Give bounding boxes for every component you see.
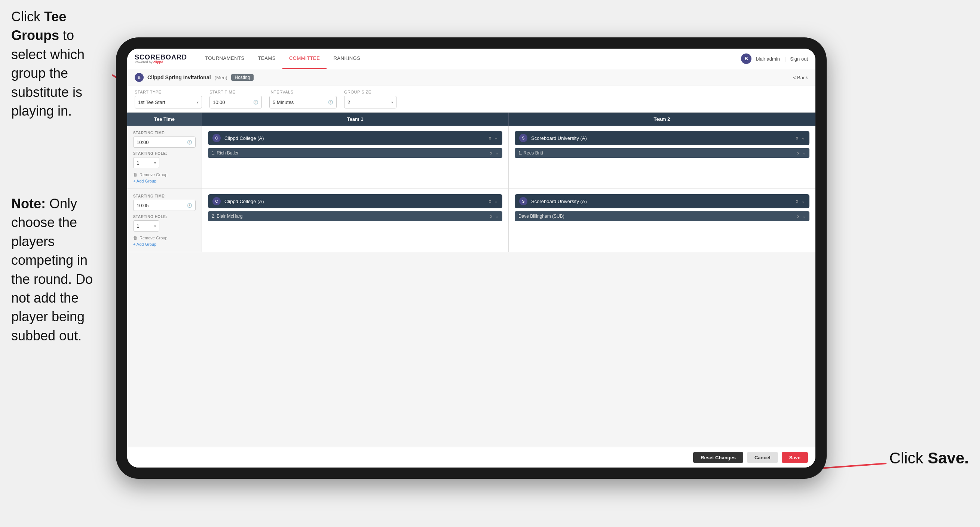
- team1-card-group2[interactable]: C Clippd College (A) x ⌄: [208, 194, 502, 209]
- team2-card-group2[interactable]: S Scoreboard University (A) x ⌄: [515, 194, 810, 209]
- team2-card-right-group1: x ⌄: [796, 135, 805, 141]
- cancel-button[interactable]: Cancel: [747, 452, 778, 463]
- nav-tournaments[interactable]: TOURNAMENTS: [198, 49, 251, 69]
- team1-chevron-group2: ⌄: [494, 199, 498, 204]
- settings-bar: Start Type 1st Tee Start ▾ Start Time 10…: [127, 86, 815, 113]
- save-button[interactable]: Save: [782, 452, 808, 463]
- player-x[interactable]: x: [797, 214, 800, 218]
- starting-time-input-2[interactable]: 10:05 🕐: [133, 200, 196, 211]
- team1-name-group1: Clippd College (A): [224, 135, 264, 141]
- starting-hole-input-1[interactable]: 1 ▾: [133, 157, 159, 168]
- table-row: STARTING TIME: 10:05 🕐 STARTING HOLE: 1 …: [127, 189, 815, 252]
- team1-cell-group1: C Clippd College (A) x ⌄ 1. Rich Butler …: [202, 126, 509, 188]
- team2-x-group2[interactable]: x: [796, 199, 798, 204]
- team2-icon-group1: S: [519, 134, 527, 142]
- team1-card-left-group2: C Clippd College (A): [212, 197, 264, 205]
- add-group-button-2[interactable]: + Add Group: [133, 242, 196, 247]
- intervals-select[interactable]: 5 Minutes 🕐: [269, 96, 337, 108]
- nav-rankings[interactable]: RANKINGS: [326, 49, 367, 69]
- instructions-bottom: Note: Only choose the players competing …: [0, 194, 120, 345]
- team2-name-group2: Scoreboard University (A): [531, 199, 587, 204]
- team1-x-group2[interactable]: x: [489, 199, 491, 204]
- starting-hole-label-1: STARTING HOLE:: [133, 151, 196, 156]
- nav-teams[interactable]: TEAMS: [251, 49, 282, 69]
- time-controls-group1: STARTING TIME: 10:00 🕐 STARTING HOLE: 1 …: [127, 126, 202, 188]
- intervals-group: Intervals 5 Minutes 🕐: [269, 90, 337, 108]
- start-time-select[interactable]: 10:00 🕐: [210, 96, 262, 108]
- nav-right: B blair admin | Sign out: [741, 54, 808, 64]
- starting-time-label-2: STARTING TIME:: [133, 194, 196, 198]
- team1-card-right-group2: x ⌄: [489, 199, 498, 204]
- player-name: 1. Rees Britt: [519, 150, 543, 156]
- team1-name-group2: Clippd College (A): [224, 199, 264, 204]
- player-name: Dave Billingham (SUB): [519, 213, 565, 219]
- team2-icon-group2: S: [519, 197, 527, 205]
- table-row: STARTING TIME: 10:00 🕐 STARTING HOLE: 1 …: [127, 126, 815, 189]
- team1-x-group1[interactable]: x: [489, 135, 491, 141]
- breadcrumb: B Clippd Spring Invitational (Men) Hosti…: [135, 73, 254, 82]
- player-x[interactable]: x: [490, 151, 493, 155]
- main-content: STARTING TIME: 10:00 🕐 STARTING HOLE: 1 …: [127, 126, 815, 447]
- player-x[interactable]: x: [490, 214, 493, 218]
- team2-cell-group2: S Scoreboard University (A) x ⌄ Dave Bil…: [509, 189, 815, 252]
- tournament-gender: (Men): [215, 75, 228, 80]
- player-row-right: x ⌄: [797, 214, 806, 219]
- team2-card-left-group1: S Scoreboard University (A): [519, 134, 587, 142]
- logo-area: SCOREBOARD Powered by clippd: [135, 54, 187, 64]
- start-time-group: Start Time 10:00 🕐: [210, 90, 262, 108]
- nav-items: TOURNAMENTS TEAMS COMMITTEE RANKINGS: [198, 49, 741, 69]
- starting-time-label-1: STARTING TIME:: [133, 131, 196, 135]
- nav-committee[interactable]: COMMITTEE: [282, 49, 327, 69]
- starting-hole-input-2[interactable]: 1 ▾: [133, 220, 159, 231]
- group-size-group: Group Size 2 ▾: [344, 90, 396, 108]
- team2-cell-group1: S Scoreboard University (A) x ⌄ 1. Rees …: [509, 126, 815, 188]
- starting-time-input-1[interactable]: 10:00 🕐: [133, 137, 196, 148]
- player-row-group2-team2-player1[interactable]: Dave Billingham (SUB) x ⌄: [515, 211, 810, 221]
- start-type-select[interactable]: 1st Tee Start ▾: [135, 96, 202, 108]
- team2-x-group1[interactable]: x: [796, 135, 798, 141]
- remove-group-button-2[interactable]: 🗑 Remove Group: [133, 235, 196, 240]
- player-name: 2. Blair McHarg: [212, 213, 243, 219]
- player-row-group2-team1-player1[interactable]: 2. Blair McHarg x ⌄: [208, 211, 502, 221]
- tee-time-header: Tee Time: [127, 113, 202, 126]
- starting-hole-label-2: STARTING HOLE:: [133, 215, 196, 219]
- team1-card-left-group1: C Clippd College (A): [212, 134, 264, 142]
- player-row-right: x ⌄: [797, 151, 806, 156]
- instruction-note-bold: Note:: [11, 196, 49, 211]
- group-size-label: Group Size: [344, 90, 396, 94]
- team1-cell-group2: C Clippd College (A) x ⌄ 2. Blair McHarg…: [202, 189, 509, 252]
- instruction-text-prefix: Click: [11, 9, 44, 24]
- player-row-group1-team2-player1[interactable]: 1. Rees Britt x ⌄: [515, 148, 810, 158]
- team2-card-right-group2: x ⌄: [796, 199, 805, 204]
- instructions-top: Click Tee Groups to select which group t…: [0, 0, 120, 135]
- team1-card-group1[interactable]: C Clippd College (A) x ⌄: [208, 131, 502, 145]
- remove-group-button-1[interactable]: 🗑 Remove Group: [133, 172, 196, 177]
- player-name: 1. Rich Butler: [212, 150, 239, 156]
- instruction-note-text: Only choose the players competing in the…: [11, 196, 93, 343]
- tournament-name: Clippd Spring Invitational: [147, 75, 211, 80]
- back-button[interactable]: < Back: [793, 75, 808, 80]
- team2-name-group1: Scoreboard University (A): [531, 135, 587, 141]
- breadcrumb-badge: B: [135, 73, 144, 82]
- footer-bar: Reset Changes Cancel Save: [127, 447, 815, 468]
- team1-icon-group2: C: [212, 197, 221, 205]
- user-name: blair admin: [756, 56, 780, 62]
- navbar: SCOREBOARD Powered by clippd TOURNAMENTS…: [127, 49, 815, 69]
- start-time-label: Start Time: [210, 90, 262, 94]
- team2-card-group1[interactable]: S Scoreboard University (A) x ⌄: [515, 131, 810, 145]
- hosting-badge: Hosting: [231, 74, 254, 81]
- player-row-right: x ⌄: [490, 214, 499, 219]
- reset-changes-button[interactable]: Reset Changes: [693, 452, 743, 463]
- tablet-frame: SCOREBOARD Powered by clippd TOURNAMENTS…: [116, 37, 827, 479]
- player-row-right: x ⌄: [490, 151, 499, 156]
- sub-header: B Clippd Spring Invitational (Men) Hosti…: [127, 69, 815, 86]
- sign-out-link[interactable]: Sign out: [790, 56, 808, 62]
- group-size-select[interactable]: 2 ▾: [344, 96, 396, 108]
- player-row-group1-team1-player1[interactable]: 1. Rich Butler x ⌄: [208, 148, 502, 158]
- team1-chevron-group1: ⌄: [494, 135, 498, 141]
- nav-separator: |: [784, 56, 786, 62]
- add-group-button-1[interactable]: + Add Group: [133, 179, 196, 183]
- team1-header: Team 1: [202, 113, 509, 126]
- player-x[interactable]: x: [797, 151, 800, 155]
- player-chevron: ⌄: [495, 214, 499, 219]
